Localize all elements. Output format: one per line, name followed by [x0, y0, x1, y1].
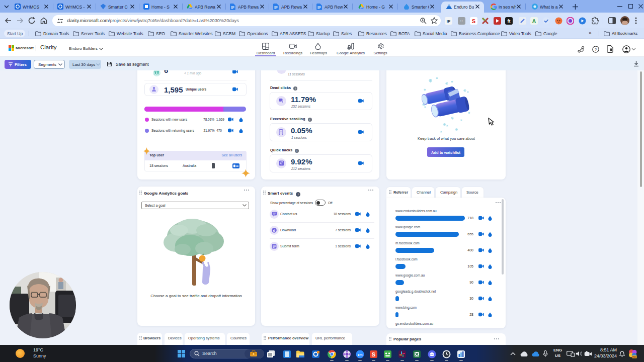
- svg-text:A: A: [532, 18, 536, 24]
- svg-text:ft: ft: [508, 19, 511, 24]
- svg-text:··: ··: [460, 19, 463, 24]
- svg-text:zm: zm: [358, 353, 363, 356]
- svg-text:IP: IP: [447, 19, 451, 24]
- svg-text:S: S: [472, 18, 475, 24]
- svg-text:S: S: [372, 351, 375, 357]
- svg-text:PRO: PRO: [632, 356, 637, 358]
- svg-text:?: ?: [595, 47, 597, 52]
